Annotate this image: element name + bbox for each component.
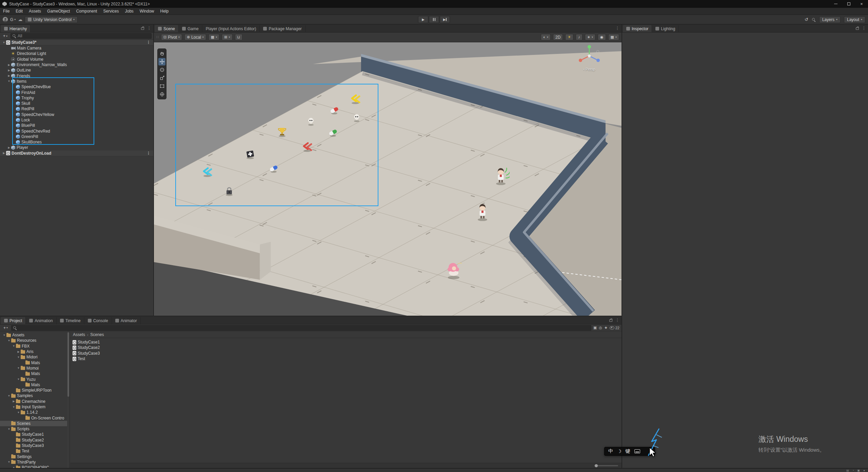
- project-folder-boxophobic[interactable]: ▼BOXOPHOBIC: [0, 465, 70, 468]
- project-search-input[interactable]: [11, 325, 591, 331]
- menu-edit[interactable]: Edit: [13, 8, 26, 15]
- ime-mode-label[interactable]: 中: [608, 448, 613, 454]
- expand-arrow[interactable]: ▼: [7, 428, 11, 431]
- file-test[interactable]: Test: [71, 356, 620, 361]
- project-folder-studycase1[interactable]: StudyCase1: [0, 432, 70, 437]
- menu-window[interactable]: Window: [137, 8, 157, 15]
- expand-arrow[interactable]: ▶: [7, 69, 11, 72]
- scene-menu-icon[interactable]: ⋮: [146, 40, 151, 44]
- hierarchy-item-player[interactable]: ▶Player: [0, 145, 153, 150]
- ime-status-bar[interactable]: 中 ☽ 键: [604, 447, 655, 456]
- tab-player-input-actions[interactable]: Player (Input Actions Editor): [202, 25, 260, 32]
- expand-arrow[interactable]: ▼: [7, 339, 11, 342]
- expand-arrow[interactable]: ▼: [2, 41, 6, 44]
- scene-header-dontdestroyonload[interactable]: ▶ DontDestroyOnLoad ⋮: [0, 151, 153, 156]
- status-progress-icon[interactable]: ◔: [852, 469, 854, 472]
- tab-inspector[interactable]: Inspector: [623, 25, 652, 32]
- project-folder-thirdparty[interactable]: ▼ThirdParty: [0, 459, 70, 465]
- project-folder-studycase2[interactable]: StudyCase2: [0, 437, 70, 443]
- tool-transform[interactable]: [158, 91, 165, 98]
- project-folder-aris[interactable]: ▶Aris: [0, 349, 70, 354]
- hierarchy-item-directional-light[interactable]: Directional Light: [0, 51, 153, 56]
- slider-thumb[interactable]: [595, 464, 598, 467]
- close-button[interactable]: ×: [855, 0, 868, 8]
- project-folder-test[interactable]: Test: [0, 448, 70, 454]
- lock-icon[interactable]: [141, 27, 144, 30]
- create-object-button[interactable]: + ▾: [2, 34, 9, 38]
- project-folder-simpleurptoon[interactable]: SimpleURPToon: [0, 388, 70, 393]
- expand-arrow[interactable]: ▶: [16, 350, 21, 353]
- hidden-packages-toggle[interactable]: 22: [610, 326, 619, 330]
- expand-arrow[interactable]: ▶: [7, 63, 11, 66]
- project-folder-midori[interactable]: ▼Midori: [0, 354, 70, 360]
- menu-component[interactable]: Component: [73, 8, 100, 15]
- scene-lighting-toggle[interactable]: ☀: [565, 34, 573, 40]
- account-dropdown[interactable]: G ▾: [10, 17, 16, 22]
- tab-package-manager[interactable]: Package Manager: [260, 25, 305, 32]
- scene-viewport[interactable]: ‹ Persp: [154, 42, 622, 316]
- project-folder-studycase3[interactable]: StudyCase3: [0, 443, 70, 448]
- tab-scene[interactable]: Scene: [155, 25, 179, 32]
- expand-arrow[interactable]: ▼: [12, 406, 16, 409]
- expand-arrow[interactable]: ▼: [2, 334, 6, 337]
- pause-button[interactable]: [429, 16, 439, 23]
- menu-gameobject[interactable]: GameObject: [44, 8, 73, 15]
- tab-console[interactable]: Console: [84, 317, 112, 324]
- panel-menu-icon[interactable]: ⋮: [615, 26, 619, 30]
- project-folder-mats[interactable]: Mats: [0, 382, 70, 388]
- shading-mode-dropdown[interactable]: ◐ ▾: [541, 34, 551, 40]
- hierarchy-item-environment-narrow-walls[interactable]: ▶Environment_Narrow_Walls: [0, 62, 153, 67]
- scene-audio-toggle[interactable]: ♪: [576, 34, 583, 40]
- snap-increment-dropdown[interactable]: ⊞ ▾: [222, 34, 232, 40]
- expand-arrow[interactable]: ▼: [12, 345, 16, 348]
- tool-rect[interactable]: [158, 82, 165, 90]
- undo-history-icon[interactable]: ↺: [805, 17, 808, 22]
- scene-header-studycase3[interactable]: ▼ StudyCase3* ⋮: [0, 40, 153, 45]
- layout-dropdown[interactable]: Layout ▾: [844, 16, 865, 23]
- cloud-icon[interactable]: ☁: [18, 17, 22, 22]
- hierarchy-item-global-volume[interactable]: Global Volume: [0, 57, 153, 62]
- breadcrumb-scenes[interactable]: Scenes: [90, 332, 104, 337]
- menu-services[interactable]: Services: [100, 8, 122, 15]
- expand-arrow[interactable]: ▶: [2, 152, 6, 155]
- project-folder-scenes[interactable]: Scenes: [0, 421, 70, 426]
- scene-object-friend-green[interactable]: [492, 166, 510, 186]
- play-button[interactable]: ▶: [418, 16, 428, 23]
- tree-scrollbar[interactable]: [67, 332, 70, 468]
- create-asset-button[interactable]: + ▾: [2, 326, 9, 330]
- project-folder-mats[interactable]: Mats: [0, 371, 70, 376]
- scene-visibility-toggle[interactable]: ◉: [598, 34, 606, 40]
- project-folder-on-screen-contro[interactable]: On-Screen Contro: [0, 415, 70, 420]
- panel-menu-icon[interactable]: ⋮: [862, 26, 866, 30]
- account-avatar[interactable]: [3, 17, 8, 22]
- thumbnail-size-slider[interactable]: [594, 465, 618, 466]
- hierarchy-item-outline[interactable]: ▶OutLine: [0, 67, 153, 73]
- file-studycase2[interactable]: StudyCase2: [71, 345, 620, 350]
- project-folder-1-14-2[interactable]: ▼1.14.2: [0, 410, 70, 415]
- search-by-label-button[interactable]: ◎: [599, 326, 602, 330]
- effects-dropdown[interactable]: ∗ ▾: [585, 34, 595, 40]
- menu-file[interactable]: File: [0, 8, 13, 15]
- status-grid-icon[interactable]: ▤: [846, 469, 849, 472]
- scene-orientation-gizmo[interactable]: ‹ Persp: [571, 44, 608, 71]
- project-folder-mats[interactable]: Mats: [0, 360, 70, 365]
- status-activity-icon[interactable]: ●: [863, 469, 865, 472]
- expand-arrow[interactable]: ▼: [7, 394, 11, 397]
- expand-arrow[interactable]: ▶: [7, 74, 11, 77]
- toolbar-drag-handle[interactable]: ∷: [156, 35, 159, 39]
- tab-hierarchy[interactable]: Hierarchy: [1, 25, 31, 32]
- expand-arrow[interactable]: ▼: [7, 80, 11, 83]
- scene-menu-icon[interactable]: ⋮: [146, 151, 151, 155]
- gizmo-projection-label[interactable]: ‹ Persp: [571, 67, 608, 71]
- breadcrumb-assets[interactable]: Assets: [73, 332, 85, 337]
- tab-animator[interactable]: Animator: [112, 317, 141, 324]
- tab-timeline[interactable]: Timeline: [57, 317, 84, 324]
- scene-object-friend-pink[interactable]: [443, 259, 465, 281]
- file-studycase1[interactable]: StudyCase1: [71, 339, 620, 345]
- ime-keyboard-label[interactable]: 键: [626, 448, 630, 454]
- tool-scale[interactable]: [158, 74, 165, 82]
- favorites-button[interactable]: ★: [604, 326, 608, 330]
- tab-project[interactable]: Project: [1, 317, 26, 324]
- project-folder-yuzu[interactable]: ▼Yuzu: [0, 376, 70, 382]
- step-button[interactable]: ▶: [440, 16, 450, 23]
